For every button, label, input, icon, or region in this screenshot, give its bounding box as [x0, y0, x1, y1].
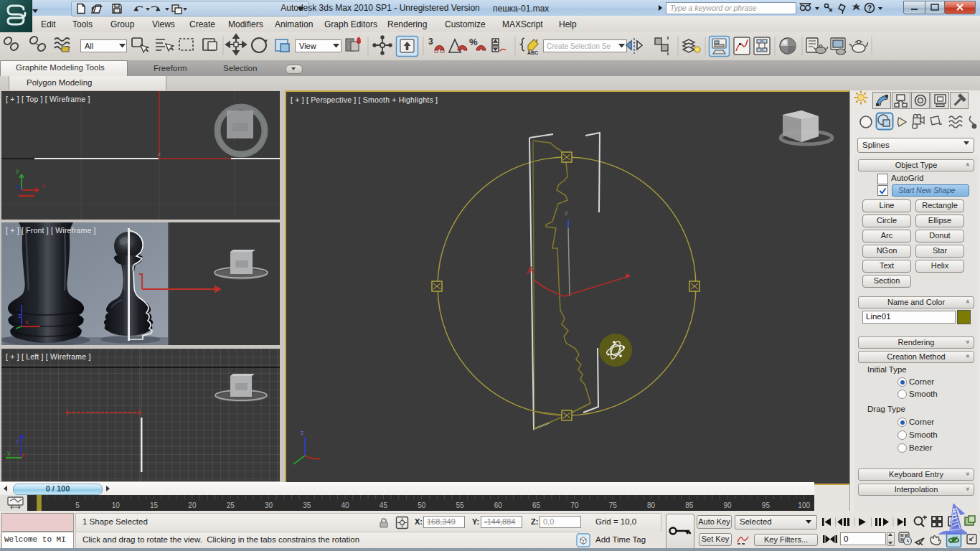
svg-text:75: 75 [609, 501, 618, 509]
svg-text:z: z [301, 429, 304, 436]
svg-text:View: View [299, 42, 316, 50]
svg-text:35: 35 [303, 501, 311, 509]
svg-text:z: z [158, 151, 161, 157]
svg-text:30: 30 [265, 501, 273, 509]
svg-text:Create Selection Se: Create Selection Se [547, 42, 611, 50]
svg-text:25: 25 [227, 501, 235, 509]
svg-text:80: 80 [647, 501, 656, 509]
svg-text:z: z [16, 438, 19, 445]
svg-text:y: y [16, 167, 19, 174]
svg-text:60: 60 [494, 501, 503, 509]
svg-text:65: 65 [532, 501, 541, 509]
svg-text:5: 5 [75, 501, 80, 509]
svg-text:20: 20 [188, 501, 197, 509]
svg-text:ABC: ABC [527, 50, 538, 55]
svg-text:45: 45 [380, 501, 388, 509]
svg-text:All: All [85, 42, 93, 50]
svg-text:3: 3 [428, 37, 433, 47]
svg-text:15: 15 [150, 501, 159, 509]
svg-text:55: 55 [456, 501, 464, 509]
svg-text:90: 90 [724, 501, 732, 509]
svg-text:%: % [469, 37, 478, 47]
svg-text:x: x [25, 319, 29, 326]
svg-text:x: x [42, 182, 45, 189]
svg-text:70: 70 [570, 501, 579, 509]
svg-text:100: 100 [798, 501, 810, 509]
svg-text:10: 10 [112, 501, 121, 509]
svg-text:85: 85 [685, 501, 694, 509]
svg-text:y: y [7, 449, 11, 456]
svg-text:?: ? [867, 4, 872, 12]
svg-text:40: 40 [341, 501, 350, 509]
svg-text:95: 95 [762, 501, 771, 509]
svg-text:z: z [18, 312, 22, 319]
svg-text:50: 50 [418, 501, 426, 509]
svg-text:z: z [565, 209, 568, 217]
